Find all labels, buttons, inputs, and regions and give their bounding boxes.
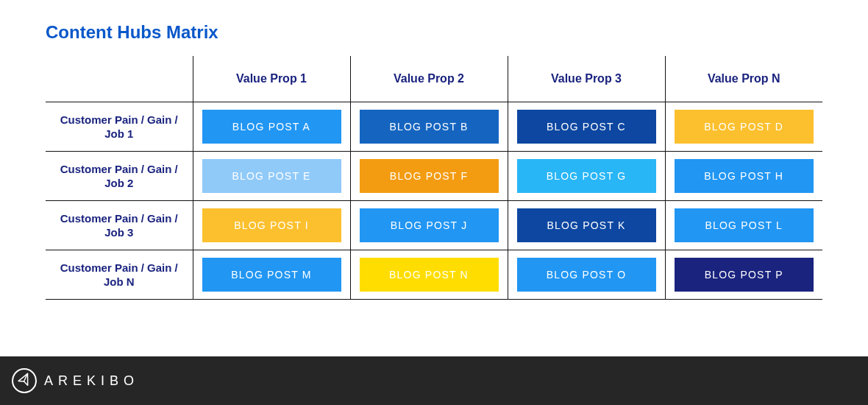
table-row: Customer Pain / Gain / Job 2 BLOG POST E… — [46, 152, 822, 201]
content-hubs-matrix: Value Prop 1 Value Prop 2 Value Prop 3 V… — [46, 56, 822, 300]
table-row: Customer Pain / Gain / Job 3 BLOG POST I… — [46, 201, 822, 250]
matrix-cell: BLOG POST C — [517, 110, 656, 144]
matrix-cell: BLOG POST J — [360, 208, 499, 242]
brand-name: AREKIBO — [44, 373, 139, 389]
matrix-cell: BLOG POST L — [675, 208, 814, 242]
matrix-cell: BLOG POST F — [360, 159, 499, 193]
page-title: Content Hubs Matrix — [46, 22, 822, 43]
matrix-cell: BLOG POST O — [517, 258, 656, 292]
col-header: Value Prop N — [665, 56, 822, 102]
footer: AREKIBO — [0, 356, 868, 405]
matrix-cell: BLOG POST P — [675, 258, 814, 292]
matrix-cell: BLOG POST H — [675, 159, 814, 193]
row-header: Customer Pain / Gain / Job 2 — [46, 152, 193, 201]
row-header: Customer Pain / Gain / Job 1 — [46, 102, 193, 152]
col-header: Value Prop 1 — [193, 56, 350, 102]
matrix-cell: BLOG POST N — [360, 258, 499, 292]
matrix-cell: BLOG POST B — [360, 110, 499, 144]
col-header: Value Prop 3 — [508, 56, 665, 102]
matrix-cell: BLOG POST G — [517, 159, 656, 193]
matrix-corner — [46, 56, 193, 102]
matrix-cell: BLOG POST M — [202, 258, 341, 292]
matrix-cell: BLOG POST A — [202, 110, 341, 144]
matrix-cell: BLOG POST K — [517, 208, 656, 242]
table-row: Customer Pain / Gain / Job 1 BLOG POST A… — [46, 102, 822, 152]
brand-logo-icon — [12, 368, 37, 393]
col-header: Value Prop 2 — [350, 56, 508, 102]
row-header: Customer Pain / Gain / Job 3 — [46, 201, 193, 250]
row-header: Customer Pain / Gain / Job N — [46, 250, 193, 300]
matrix-cell: BLOG POST E — [202, 159, 341, 193]
table-row: Customer Pain / Gain / Job N BLOG POST M… — [46, 250, 822, 300]
matrix-cell: BLOG POST D — [675, 110, 814, 144]
matrix-cell: BLOG POST I — [202, 208, 341, 242]
